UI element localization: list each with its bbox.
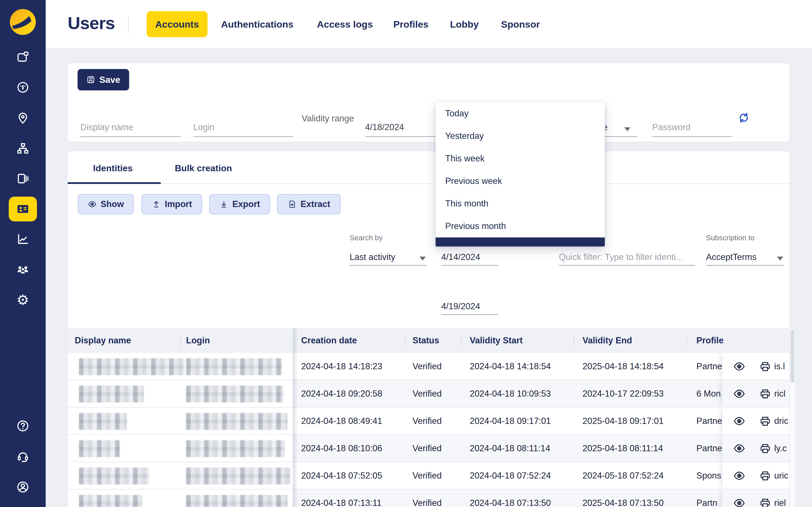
col-display-name[interactable]: Display name [75, 328, 131, 353]
password-input[interactable]: Password [652, 110, 732, 137]
redacted-login [186, 467, 290, 485]
gear-icon[interactable]: ⚙ [16, 293, 30, 307]
clipped-column-text: ricl [774, 380, 790, 407]
kiosk-icon[interactable] [16, 172, 30, 185]
search-by-select[interactable]: Last activity [350, 244, 426, 266]
creation-date-cell: 2024-04-18 07:52:05 [301, 462, 382, 489]
export-button[interactable]: Export [209, 194, 270, 214]
validity-start-cell: 2024-04-18 07:13:50 [470, 490, 551, 507]
print-icon[interactable] [759, 497, 771, 507]
col-validity-start[interactable]: Validity Start [470, 328, 523, 353]
location-pin-icon[interactable] [16, 111, 30, 125]
dropdown-item-previous-month[interactable]: Previous month [436, 215, 605, 237]
account-icon[interactable] [16, 480, 30, 494]
tabs-divider [68, 183, 790, 184]
creation-date-cell: 2024-04-18 07:13:11 [301, 490, 382, 507]
extract-button[interactable]: Extract [277, 194, 341, 214]
print-icon[interactable] [759, 415, 771, 427]
profile-cell: Spons [696, 462, 722, 489]
view-icon[interactable] [733, 442, 746, 455]
column-divider [574, 334, 574, 347]
redacted-display-name [79, 386, 144, 402]
row-actions: dric [722, 407, 790, 434]
redacted-login [186, 440, 285, 457]
table-row[interactable]: 2024-04-18 08:10:06 Verified 2024-04-18 … [68, 435, 790, 462]
chevron-down-icon [624, 127, 630, 131]
view-icon[interactable] [733, 388, 746, 400]
column-divider [405, 334, 406, 347]
validity-start-cell: 2024-04-18 08:11:14 [470, 435, 550, 462]
clipped-column-text: ly.c [774, 435, 790, 462]
dropdown-item-this-week[interactable]: This week [436, 147, 605, 170]
row-actions: is.l [722, 353, 790, 380]
print-icon[interactable] [759, 442, 771, 455]
dashboard-gauge-icon[interactable] [16, 80, 30, 94]
clipped-column-text: dric [774, 407, 790, 434]
tab-identities[interactable]: Identities [93, 163, 133, 173]
creation-date-cell: 2024-04-18 08:49:41 [301, 407, 382, 434]
validity-start-date-input[interactable]: 4/18/2024 [365, 110, 436, 137]
view-icon[interactable] [733, 415, 746, 427]
col-validity-end[interactable]: Validity End [582, 328, 632, 353]
app-header: Users AccountsAuthenticationsAccess logs… [46, 0, 812, 49]
download-icon [219, 200, 229, 209]
scrollbar-thumb[interactable] [791, 329, 795, 383]
top-tab-access-logs[interactable]: Access logs [317, 0, 373, 48]
print-icon[interactable] [759, 360, 771, 373]
print-icon[interactable] [759, 388, 771, 400]
col-creation-date[interactable]: Creation date [301, 328, 357, 353]
redacted-display-name [79, 495, 142, 507]
row-actions: uric [722, 462, 790, 489]
sidebar-item-identities-active[interactable] [9, 196, 37, 221]
save-button[interactable]: Save [78, 69, 129, 91]
redacted-login [186, 495, 288, 507]
table-scrollbar[interactable] [790, 328, 795, 507]
dropdown-item-today[interactable]: Today [436, 102, 605, 125]
table-row[interactable]: 2024-04-18 14:18:23 Verified 2024-04-18 … [68, 353, 790, 380]
sitemap-icon[interactable] [16, 142, 30, 155]
print-icon[interactable] [759, 469, 771, 482]
activity-date-to-input[interactable]: 4/19/2024 [441, 293, 498, 315]
headset-icon[interactable] [16, 450, 30, 463]
table-row[interactable]: 2024-04-18 07:13:11 Verified 2024-04-18 … [68, 490, 790, 507]
redacted-display-name [79, 358, 185, 375]
login-input[interactable]: Login [193, 110, 294, 137]
top-tab-lobby[interactable]: Lobby [450, 0, 479, 48]
badge-icon[interactable] [16, 50, 30, 64]
view-icon[interactable] [733, 469, 746, 482]
dropdown-item-highlighted-partial[interactable] [436, 237, 605, 246]
dropdown-item-previous-week[interactable]: Previous week [436, 170, 605, 192]
id-card-icon [16, 202, 30, 216]
top-tab-authentications[interactable]: Authentications [221, 0, 294, 48]
col-status[interactable]: Status [412, 328, 439, 353]
column-divider [461, 334, 462, 347]
validity-start-cell: 2024-04-18 09:17:01 [470, 407, 551, 434]
top-tab-sponsor[interactable]: Sponsor [501, 0, 540, 48]
table-row[interactable]: 2024-04-18 08:49:41 Verified 2024-04-18 … [68, 407, 790, 435]
import-button[interactable]: Import [142, 194, 202, 214]
dropdown-item-this-month[interactable]: This month [436, 192, 605, 215]
col-profile[interactable]: Profile [696, 328, 723, 353]
show-button[interactable]: Show [78, 194, 134, 214]
partially-hidden-select[interactable]: e [603, 110, 638, 137]
help-icon[interactable] [16, 419, 30, 433]
top-tab-profiles[interactable]: Profiles [393, 0, 428, 48]
col-login[interactable]: Login [186, 328, 210, 353]
redacted-login [186, 386, 283, 402]
tab-bulk-creation[interactable]: Bulk creation [175, 163, 232, 173]
display-name-input[interactable]: Display name [80, 110, 181, 137]
dropdown-item-yesterday[interactable]: Yesterday [436, 125, 605, 147]
refresh-icon[interactable] [737, 111, 751, 125]
people-icon[interactable] [16, 263, 30, 276]
view-icon[interactable] [733, 360, 746, 373]
activity-date-from-input[interactable]: 4/14/2024 [441, 244, 498, 266]
quick-filter-input[interactable]: Quick filter: Type to filter identi... [559, 244, 695, 266]
validity-end-cell: 2025-04-18 08:11:14 [582, 435, 663, 462]
table-row[interactable]: 2024-04-18 07:52:05 Verified 2024-04-18 … [68, 462, 790, 490]
subscription-select[interactable]: AcceptTerms [706, 244, 784, 266]
top-tab-accounts[interactable]: Accounts [147, 11, 207, 37]
creation-date-cell: 2024-04-18 14:18:23 [301, 353, 382, 380]
table-row[interactable]: 2024-04-18 09:20:58 Verified 2024-04-18 … [68, 380, 790, 407]
chart-icon[interactable] [16, 232, 30, 246]
view-icon[interactable] [733, 497, 746, 507]
